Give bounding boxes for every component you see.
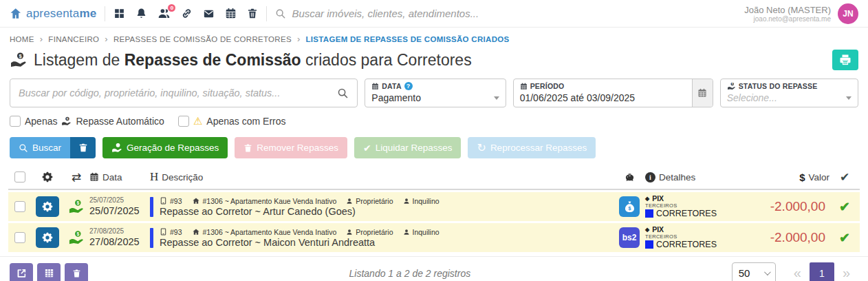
global-search-input[interactable] bbox=[292, 8, 512, 19]
repasse-description: Repasse ao Corretor ~ Artur Canedo (Goes… bbox=[160, 206, 440, 217]
table-icon bbox=[44, 268, 54, 278]
checkbox[interactable] bbox=[10, 116, 21, 127]
contract-icon bbox=[160, 197, 167, 205]
property-ref[interactable]: #1306 ~ Apartamento Kaue Venda Inativo bbox=[203, 197, 337, 205]
trash-icon bbox=[243, 143, 252, 153]
select-all-checkbox[interactable] bbox=[14, 171, 25, 183]
export-icon bbox=[17, 268, 27, 278]
column-header-detalhes[interactable]: i Detalhes bbox=[645, 172, 735, 183]
prev-page-button[interactable]: « bbox=[785, 265, 810, 281]
list-search-input[interactable] bbox=[19, 87, 337, 98]
user-menu[interactable]: João Neto (MASTER) joao.neto@apresenta.m… bbox=[744, 3, 858, 24]
party-proprietario[interactable]: Proprietário bbox=[356, 197, 393, 205]
links-icon[interactable] bbox=[181, 8, 193, 19]
next-page-button[interactable]: » bbox=[834, 265, 858, 281]
period-field: PERÍODO bbox=[513, 79, 713, 107]
breadcrumb-repasses[interactable]: REPASSES DE COMISSÃO DE CORRETORES bbox=[113, 35, 292, 43]
spreadsheet-button[interactable] bbox=[37, 263, 61, 281]
apps-grid-icon[interactable] bbox=[113, 8, 125, 19]
search-icon[interactable] bbox=[337, 87, 349, 99]
repasse-value: -2.000,00 bbox=[735, 199, 829, 214]
row-accent-bar bbox=[150, 228, 153, 248]
column-header-status[interactable]: ✔ bbox=[829, 170, 860, 185]
current-page-button[interactable]: 1 bbox=[810, 262, 834, 281]
person-icon bbox=[346, 229, 353, 236]
list-search-field bbox=[10, 79, 358, 107]
column-header-data[interactable]: Data bbox=[89, 172, 150, 183]
party-inquilino[interactable]: Inquilino bbox=[413, 197, 440, 205]
only-errors-checkbox[interactable]: ⚠ Apenas com Erros bbox=[178, 115, 286, 127]
reprocessar-repasses-button[interactable]: ↻ Reprocessar Repasses bbox=[468, 137, 596, 158]
period-calendar-button[interactable] bbox=[692, 79, 713, 107]
remover-repasses-button[interactable]: Remover Repasses bbox=[235, 137, 347, 158]
bulk-action-buttons bbox=[10, 263, 88, 281]
topbar-icon-menu: 0 bbox=[113, 8, 258, 19]
bank-bs2-logo[interactable]: bs2 bbox=[619, 227, 640, 248]
home-icon bbox=[192, 197, 200, 205]
contacts-users-icon[interactable]: 0 bbox=[158, 8, 171, 19]
geracao-repasses-button[interactable]: Geração de Repasses bbox=[102, 137, 228, 158]
date-created: 25/07/2025 bbox=[89, 196, 150, 205]
row-actions-button[interactable] bbox=[36, 196, 59, 217]
row-checkbox[interactable] bbox=[14, 201, 25, 212]
clear-search-button[interactable] bbox=[70, 137, 96, 158]
chevron-down-icon bbox=[764, 269, 771, 275]
payment-method: PIX bbox=[652, 194, 664, 202]
delete-button[interactable] bbox=[65, 263, 88, 281]
checkbox[interactable] bbox=[178, 116, 189, 127]
contract-ref[interactable]: #93 bbox=[170, 197, 182, 205]
mail-icon[interactable] bbox=[203, 8, 215, 19]
search-button-group: Buscar bbox=[10, 137, 96, 158]
table-row[interactable]: 25/07/2025 25/07/2025 #93 #1306 ~ Aparta… bbox=[8, 192, 860, 221]
person-icon bbox=[346, 198, 353, 205]
only-automatic-checkbox[interactable]: Apenas Repasse Automático bbox=[10, 116, 164, 127]
table-row[interactable]: 27/08/2025 27/08/2025 #93 #1306 ~ Aparta… bbox=[8, 223, 860, 252]
gear-icon[interactable] bbox=[42, 171, 53, 183]
bank-moneybag-icon[interactable] bbox=[619, 196, 640, 217]
hand-coin-icon bbox=[68, 199, 85, 214]
period-input[interactable] bbox=[520, 92, 686, 103]
print-button[interactable] bbox=[832, 50, 858, 70]
hand-coin-icon bbox=[727, 82, 736, 90]
repasses-table: ⇄ Data H Descrição i Detalhes $ Valor ✔ bbox=[0, 165, 868, 252]
user-info: João Neto (MASTER) joao.neto@apresenta.m… bbox=[744, 5, 831, 23]
row-actions-button[interactable] bbox=[36, 227, 59, 248]
property-ref[interactable]: #1306 ~ Apartamento Kaue Venda Inativo bbox=[203, 228, 337, 236]
column-header-descricao[interactable]: H Descrição bbox=[150, 170, 614, 184]
person-icon bbox=[403, 198, 410, 205]
row-dates: 25/07/2025 25/07/2025 bbox=[89, 196, 150, 218]
breadcrumb-home[interactable]: HOME bbox=[10, 35, 34, 43]
calendar-icon bbox=[89, 172, 99, 182]
trash-icon[interactable] bbox=[247, 8, 258, 19]
status-select[interactable]: STATUS DO REPASSE Selecione... bbox=[720, 79, 858, 107]
payment-method: PIX bbox=[652, 225, 664, 233]
liquidar-repasses-button[interactable]: ✔ Liquidar Repasses bbox=[354, 137, 462, 158]
transfer-icon[interactable]: ⇄ bbox=[63, 170, 89, 185]
payment-sub: TERCEIROS bbox=[645, 234, 735, 240]
piggy-bank-icon bbox=[624, 172, 636, 183]
party-proprietario[interactable]: Proprietário bbox=[356, 228, 393, 236]
avatar[interactable]: JN bbox=[838, 3, 858, 24]
person-icon bbox=[403, 229, 410, 236]
logo-text: apresentame bbox=[26, 7, 96, 21]
row-checkbox[interactable] bbox=[14, 232, 25, 243]
page-size-select[interactable]: 50 bbox=[732, 262, 776, 281]
divider bbox=[266, 6, 267, 21]
user-name: João Neto (MASTER) bbox=[744, 5, 831, 15]
hand-coin-icon bbox=[68, 230, 85, 245]
app-logo[interactable]: apresentame bbox=[10, 7, 96, 21]
notifications-bell-icon[interactable] bbox=[135, 8, 147, 19]
breadcrumb-current: LISTAGEM DE REPASSES DE COMISSÃO CRIADOS bbox=[306, 35, 510, 43]
calendar-icon[interactable] bbox=[225, 8, 237, 19]
party-inquilino[interactable]: Inquilino bbox=[413, 228, 440, 236]
status-label: STATUS DO REPASSE bbox=[739, 82, 818, 90]
date-type-select[interactable]: DATA ? Pagamento bbox=[365, 79, 506, 107]
contract-ref[interactable]: #93 bbox=[170, 228, 182, 236]
row-description: #93 #1306 ~ Apartamento Kaue Venda Inati… bbox=[150, 197, 614, 217]
column-header-valor[interactable]: $ Valor bbox=[735, 171, 829, 183]
date-type-value: Pagamento bbox=[371, 92, 421, 103]
buscar-button[interactable]: Buscar bbox=[10, 137, 70, 158]
help-icon[interactable]: ? bbox=[404, 82, 413, 90]
breadcrumb-financeiro[interactable]: FINANCEIRO bbox=[48, 35, 99, 43]
export-button[interactable] bbox=[10, 263, 33, 281]
